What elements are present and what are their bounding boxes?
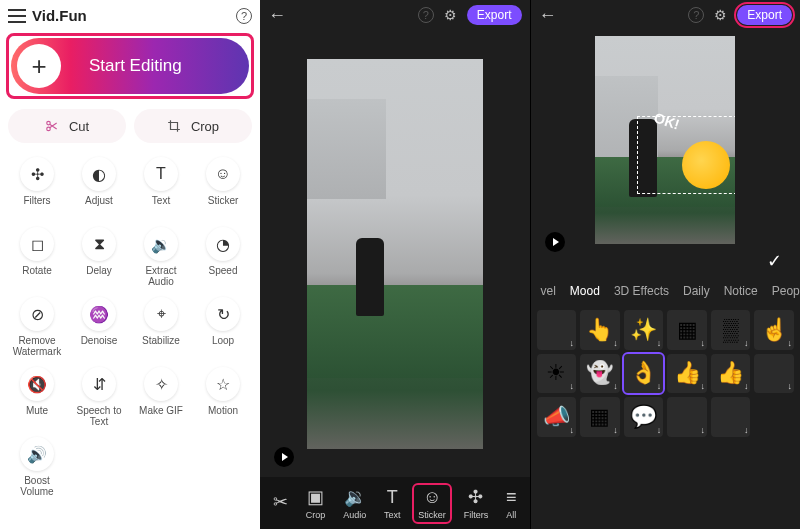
- tool-label: Loop: [212, 335, 234, 357]
- start-editing-label: Start Editing: [89, 56, 182, 76]
- sticker-item[interactable]: 👍↓: [711, 354, 751, 394]
- download-icon: ↓: [788, 338, 793, 348]
- tool-icon: ✧: [144, 367, 178, 401]
- sticker-selection-box[interactable]: OK!: [637, 116, 735, 194]
- sticker-item[interactable]: 📣↓: [537, 397, 577, 437]
- start-editing-button[interactable]: + Start Editing: [11, 38, 249, 94]
- tool-text[interactable]: TText: [132, 155, 190, 219]
- help-icon[interactable]: ?: [236, 8, 252, 24]
- sticker-item[interactable]: 💬↓: [624, 397, 664, 437]
- tool-rotate[interactable]: ◻Rotate: [8, 225, 66, 289]
- sticker-item[interactable]: 👌↓: [624, 354, 664, 394]
- toolbar-filters[interactable]: ✣Filters: [460, 484, 493, 522]
- play-button[interactable]: [545, 232, 565, 252]
- help-icon[interactable]: ?: [418, 7, 434, 23]
- download-icon: ↓: [744, 338, 749, 348]
- settings-icon[interactable]: ⚙: [444, 7, 457, 23]
- back-button[interactable]: ←: [268, 5, 286, 26]
- back-button[interactable]: ←: [539, 5, 557, 26]
- ok-sticker-text: OK!: [652, 109, 681, 132]
- sticker-item[interactable]: ↓: [754, 354, 794, 394]
- sticker-tab[interactable]: Daily: [683, 284, 710, 298]
- tool-speech-to-text[interactable]: ⇵Speech to Text: [70, 365, 128, 429]
- sticker-grid: ↓👆↓✨↓▦↓▒↓☝↓☀↓👻↓👌↓👍↓👍↓↓📣↓▦↓💬↓↓↓: [531, 306, 801, 529]
- editor-toolbar: ✂▣Crop🔉AudioTText☺Sticker✣Filters≡All: [260, 477, 530, 529]
- download-icon: ↓: [700, 338, 705, 348]
- toolbar-all[interactable]: ≡All: [502, 485, 521, 522]
- toolbar-audio[interactable]: 🔉Audio: [339, 484, 370, 522]
- tool-adjust[interactable]: ◐Adjust: [70, 155, 128, 219]
- tool-icon: ⊘: [20, 297, 54, 331]
- preview-image[interactable]: [307, 59, 483, 449]
- download-icon: ↓: [613, 425, 618, 435]
- sticker-item[interactable]: ▒↓: [711, 310, 751, 350]
- tool-icon: ↻: [206, 297, 240, 331]
- tool-remove-watermark[interactable]: ⊘Remove Watermark: [8, 295, 66, 359]
- tool-icon: ◔: [206, 227, 240, 261]
- sticker-glyph: ✨: [630, 317, 657, 343]
- tool-icon: 🔉: [144, 227, 178, 261]
- tool-icon: ⌖: [144, 297, 178, 331]
- tool-denoise[interactable]: ♒Denoise: [70, 295, 128, 359]
- tool-stabilize[interactable]: ⌖Stabilize: [132, 295, 190, 359]
- sticker-item[interactable]: ▦↓: [667, 310, 707, 350]
- cut-crop-row: Cut Crop: [0, 105, 260, 151]
- toolbar-sticker[interactable]: ☺Sticker: [414, 485, 450, 522]
- toolbar-crop[interactable]: ▣Crop: [302, 484, 330, 522]
- sticker-item[interactable]: 👆↓: [580, 310, 620, 350]
- tool-mute[interactable]: 🔇Mute: [8, 365, 66, 429]
- sticker-item[interactable]: ↓: [537, 310, 577, 350]
- sticker-tab[interactable]: Mood: [570, 284, 600, 298]
- sticker-item[interactable]: ↓: [667, 397, 707, 437]
- toolbar-icon: ▣: [307, 486, 324, 508]
- sticker-item[interactable]: ↓: [711, 397, 751, 437]
- export-button[interactable]: Export: [467, 5, 522, 25]
- preview-image[interactable]: OK!: [595, 36, 735, 244]
- tool-icon: ⧗: [82, 227, 116, 261]
- sticker-tab[interactable]: Notice: [724, 284, 758, 298]
- tool-icon: ☆: [206, 367, 240, 401]
- sticker-glyph: ▒: [723, 317, 739, 343]
- tool-extract-audio[interactable]: 🔉Extract Audio: [132, 225, 190, 289]
- confirm-button[interactable]: ✓: [531, 250, 801, 276]
- sticker-tab[interactable]: People: [772, 284, 800, 298]
- sticker-item[interactable]: ✨↓: [624, 310, 664, 350]
- play-button[interactable]: [274, 447, 294, 467]
- download-icon: ↓: [657, 338, 662, 348]
- toolbar-label: Crop: [306, 510, 326, 520]
- sticker-item[interactable]: 👻↓: [580, 354, 620, 394]
- crop-button[interactable]: Crop: [134, 109, 252, 143]
- export-button[interactable]: Export: [737, 5, 792, 25]
- tool-label: Speed: [209, 265, 238, 287]
- toolbar-text[interactable]: TText: [380, 485, 405, 522]
- tool-icon: ◐: [82, 157, 116, 191]
- sticker-topbar: ← ? ⚙ Export: [531, 0, 801, 30]
- tool-motion[interactable]: ☆Motion: [194, 365, 252, 429]
- tool-delay[interactable]: ⧗Delay: [70, 225, 128, 289]
- sticker-item[interactable]: ☝↓: [754, 310, 794, 350]
- tool-loop[interactable]: ↻Loop: [194, 295, 252, 359]
- cut-button[interactable]: Cut: [8, 109, 126, 143]
- sticker-tab[interactable]: 3D Effects: [614, 284, 669, 298]
- help-icon[interactable]: ?: [688, 7, 704, 23]
- tool-label: Filters: [23, 195, 50, 217]
- settings-icon[interactable]: ⚙: [714, 7, 727, 23]
- tool-sticker[interactable]: ☺Sticker: [194, 155, 252, 219]
- tool-make-gif[interactable]: ✧Make GIF: [132, 365, 190, 429]
- download-icon: ↓: [700, 381, 705, 391]
- toolbar-label: Filters: [464, 510, 489, 520]
- tool-speed[interactable]: ◔Speed: [194, 225, 252, 289]
- tool-filters[interactable]: ✣Filters: [8, 155, 66, 219]
- sticker-glyph: ☝: [761, 317, 788, 343]
- tool-icon: ◻: [20, 227, 54, 261]
- tool-boost-volume[interactable]: 🔊Boost Volume: [8, 435, 66, 499]
- sticker-item[interactable]: ☀↓: [537, 354, 577, 394]
- sticker-item[interactable]: ▦↓: [580, 397, 620, 437]
- menu-icon[interactable]: [8, 9, 26, 23]
- sticker-item[interactable]: 👍↓: [667, 354, 707, 394]
- toolbar-icon: 🔉: [344, 486, 366, 508]
- ok-hand-sticker[interactable]: [682, 141, 730, 189]
- toolbar-cut[interactable]: ✂: [269, 489, 292, 517]
- sticker-tab[interactable]: vel: [541, 284, 556, 298]
- download-icon: ↓: [700, 425, 705, 435]
